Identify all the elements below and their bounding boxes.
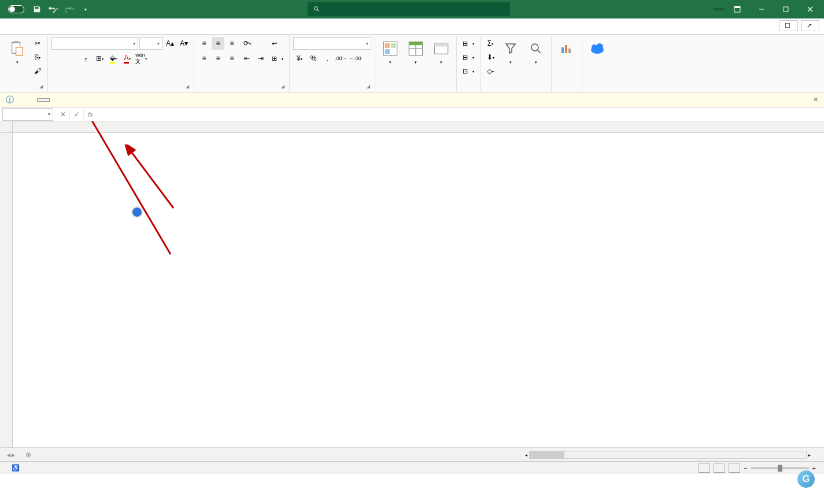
comma-icon[interactable]: , <box>321 52 334 65</box>
number-launcher[interactable]: ◢ <box>367 84 374 91</box>
search-icon <box>313 6 320 13</box>
zoom-slider[interactable] <box>751 467 809 469</box>
currency-icon[interactable]: ¥▾ <box>293 52 306 65</box>
orientation-icon[interactable]: ⟳▾ <box>241 37 253 50</box>
align-middle-icon[interactable]: ≡ <box>212 37 224 50</box>
group-edit: Σ▾ ⬇▾ ◇▾ ▾ ▾ <box>481 36 552 92</box>
status-bar: ♿ − + <box>0 461 824 474</box>
ribbon: ▾ ✂ ⎘▾ 🖌 ◢ ▾ ▾ A▴ A▾ ▾ ⊞▾ ⬙▾ <box>0 35 824 92</box>
format-as-table-button[interactable]: ▾ <box>404 37 427 67</box>
svg-rect-10 <box>16 47 23 55</box>
analyze-data-button[interactable] <box>555 37 578 61</box>
fill-color-icon[interactable]: ⬙▾ <box>107 52 120 65</box>
conditional-format-button[interactable]: ▾ <box>379 37 402 67</box>
font-name-combo[interactable]: ▾ <box>51 37 138 50</box>
svg-line-22 <box>537 50 541 53</box>
close-icon[interactable] <box>799 1 822 17</box>
undo-icon[interactable]: ▾ <box>46 2 60 16</box>
sort-filter-button[interactable]: ▾ <box>499 37 522 67</box>
svg-rect-24 <box>565 45 567 53</box>
clear-icon[interactable]: ◇▾ <box>484 65 497 77</box>
comments-button[interactable]: ☐ <box>779 20 798 31</box>
hscroll[interactable]: ◂ ▸ <box>523 450 812 459</box>
grow-font-icon[interactable]: A▴ <box>164 37 176 50</box>
italic-button[interactable] <box>65 52 78 65</box>
format-table-icon <box>407 39 425 58</box>
merge-center-button[interactable]: ⊞ ▾ <box>269 52 286 65</box>
sheet-nav-prev-icon[interactable]: ◂ <box>7 451 10 459</box>
login-button[interactable] <box>713 8 725 10</box>
wrap-text-button[interactable]: ↩ <box>269 37 286 50</box>
align-top-icon[interactable]: ≡ <box>198 37 210 50</box>
formula-input[interactable] <box>97 111 824 118</box>
align-center-icon[interactable]: ≡ <box>212 52 224 65</box>
fill-icon[interactable]: ⬇▾ <box>484 51 497 64</box>
fx-icon[interactable]: fx <box>83 109 97 120</box>
share-button[interactable]: ↗ <box>801 20 819 31</box>
group-clipboard: ▾ ✂ ⎘▾ 🖌 ◢ <box>2 36 48 92</box>
select-all-corner[interactable] <box>0 121 13 132</box>
save-baidu-button[interactable] <box>586 37 609 61</box>
delete-cells-button[interactable]: ⊟ ▾ <box>460 51 476 64</box>
number-format-combo[interactable]: ▾ <box>293 37 371 50</box>
find-select-button[interactable]: ▾ <box>524 37 548 67</box>
cloud-icon <box>588 39 607 58</box>
indent-increase-icon[interactable]: ⇥ <box>254 52 267 65</box>
sum-icon[interactable]: Σ▾ <box>484 37 497 50</box>
view-normal-icon[interactable] <box>699 464 710 473</box>
find-icon <box>527 39 545 58</box>
cell-styles-button[interactable]: ▾ <box>430 37 453 67</box>
search-input[interactable] <box>308 2 510 16</box>
sheet-nav-next-icon[interactable]: ▸ <box>12 451 15 459</box>
zoom-out-icon[interactable]: − <box>744 465 747 472</box>
shrink-font-icon[interactable]: A▾ <box>178 37 190 50</box>
save-icon[interactable] <box>30 2 44 16</box>
insert-cells-button[interactable]: ⊞ ▾ <box>460 37 476 50</box>
cancel-icon[interactable]: ✕ <box>56 109 69 120</box>
close-notice-icon[interactable]: ✕ <box>813 96 818 103</box>
increase-decimal-icon[interactable]: .00→ <box>335 52 348 65</box>
bold-button[interactable] <box>51 52 64 65</box>
format-painter-icon[interactable]: 🖌 <box>31 65 44 77</box>
decrease-decimal-icon[interactable]: ←.00 <box>349 52 361 65</box>
group-cells: ⊞ ▾ ⊟ ▾ ⊡ ▾ <box>457 36 481 92</box>
name-box[interactable]: ▾ <box>2 108 53 121</box>
align-right-icon[interactable]: ≡ <box>226 52 238 65</box>
borders-icon[interactable]: ⊞▾ <box>93 52 106 65</box>
svg-rect-23 <box>561 47 564 53</box>
clipboard-launcher[interactable]: ◢ <box>39 84 46 91</box>
confirm-icon[interactable]: ✓ <box>69 109 83 120</box>
font-size-combo[interactable]: ▾ <box>139 37 162 50</box>
maximize-icon[interactable] <box>774 1 797 17</box>
view-pagebreak-icon[interactable] <box>729 464 740 473</box>
phonetic-icon[interactable]: wén文▾ <box>135 52 147 65</box>
font-color-icon[interactable]: A▾ <box>121 52 134 65</box>
autosave-toggle[interactable] <box>5 5 28 13</box>
underline-button[interactable]: ▾ <box>79 52 92 65</box>
analyze-icon <box>557 39 576 58</box>
copy-icon[interactable]: ⎘▾ <box>31 51 44 64</box>
view-layout-icon[interactable] <box>714 464 725 473</box>
minimize-icon[interactable] <box>750 1 773 17</box>
new-sheet-icon[interactable]: ⊕ <box>25 451 31 459</box>
activate-button[interactable] <box>37 98 50 102</box>
spreadsheet-grid[interactable] <box>0 121 824 447</box>
qat-customize-icon[interactable]: ▾ <box>79 2 93 16</box>
group-save <box>582 36 612 92</box>
svg-point-28 <box>596 43 603 50</box>
align-launcher[interactable]: ◢ <box>281 84 288 91</box>
group-number: ▾ ¥▾ % , .00→ ←.00 ◢ <box>290 36 375 92</box>
cut-icon[interactable]: ✂ <box>31 37 44 50</box>
align-bottom-icon[interactable]: ≡ <box>226 37 238 50</box>
svg-rect-25 <box>568 49 571 53</box>
paste-button[interactable]: ▾ <box>6 37 29 67</box>
ribbon-display-icon[interactable] <box>726 1 749 17</box>
align-left-icon[interactable]: ≡ <box>198 52 210 65</box>
font-launcher[interactable]: ◢ <box>186 84 193 91</box>
redo-icon[interactable]: ▾ <box>62 2 76 16</box>
status-accessibility[interactable]: ♿ <box>12 464 20 472</box>
formula-bar: ▾ ✕ ✓ fx <box>0 108 824 121</box>
format-cells-button[interactable]: ⊡ ▾ <box>460 65 476 77</box>
percent-icon[interactable]: % <box>307 52 320 65</box>
indent-decrease-icon[interactable]: ⇤ <box>241 52 253 65</box>
